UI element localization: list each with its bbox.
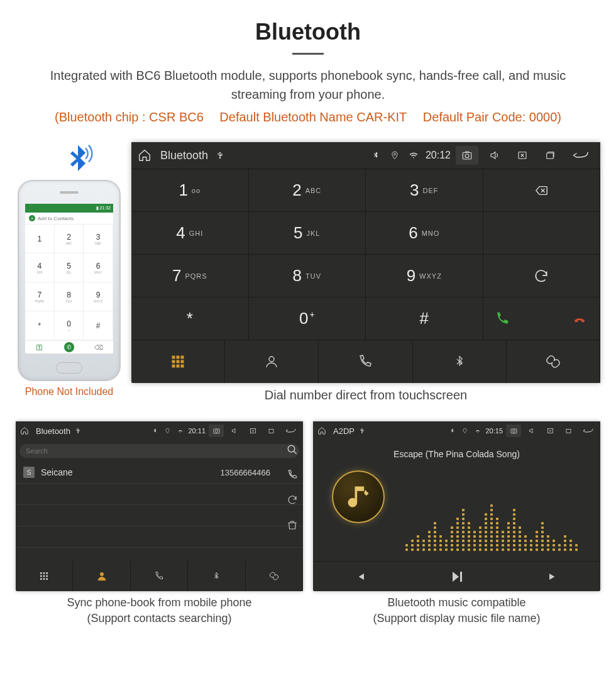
phone-key: 4GHI [25, 253, 55, 282]
svg-rect-9 [177, 360, 179, 363]
svg-rect-27 [43, 578, 45, 580]
back-button[interactable] [579, 425, 597, 437]
dialer-key-8[interactable]: 8TUV [249, 255, 366, 297]
nav-dialpad[interactable] [16, 561, 73, 591]
usb-icon [213, 148, 227, 162]
usb-icon [358, 426, 367, 436]
nav-contacts[interactable] [225, 340, 319, 383]
dialer-key-7[interactable]: 7PQRS [131, 255, 249, 297]
bluetooth-icon [369, 148, 383, 162]
volume-button[interactable] [483, 146, 506, 165]
sync-button[interactable] [483, 255, 601, 297]
phone-statusbar: ▮ 21:32 [25, 204, 113, 213]
svg-rect-13 [181, 365, 184, 367]
svg-point-14 [269, 357, 274, 362]
dialer-key-2[interactable]: 2ABC [249, 169, 366, 212]
location-icon [163, 426, 172, 436]
back-button[interactable] [282, 425, 299, 437]
phone-key: 7PQRS [25, 282, 55, 311]
dialer-key-3[interactable]: 3DEF [366, 169, 483, 212]
screenshot-button[interactable] [209, 425, 224, 437]
svg-rect-24 [43, 575, 45, 577]
usb-icon [74, 426, 83, 436]
description: Integrated with BC6 Bluetooth module, su… [25, 66, 591, 104]
search-icon[interactable] [287, 444, 298, 455]
nav-bluetooth[interactable] [413, 340, 507, 383]
dialer-key-5[interactable]: 5JKL [249, 212, 366, 255]
search-input[interactable] [19, 444, 299, 458]
volume-button[interactable] [524, 425, 539, 437]
recent-apps-button[interactable] [539, 146, 561, 165]
nav-dialpad[interactable] [131, 340, 225, 383]
phone-key: # [84, 311, 113, 340]
svg-rect-28 [47, 578, 48, 580]
delete-icon[interactable] [287, 519, 298, 531]
dialer-key-9[interactable]: 9WXYZ [366, 255, 483, 297]
svg-rect-33 [566, 430, 571, 433]
bluetooth-icon [150, 426, 160, 436]
recent-apps-button[interactable] [561, 425, 576, 437]
dialer-key-*[interactable]: * [131, 297, 249, 340]
svg-point-2 [465, 154, 469, 158]
svg-rect-25 [47, 575, 48, 577]
location-icon [460, 426, 470, 436]
svg-rect-15 [214, 429, 219, 433]
home-icon[interactable] [19, 426, 29, 436]
contact-row[interactable]: S Seicane 13566664466 [16, 462, 303, 484]
music-screen: A2DP 20:15 Escape (The Pina Colada Song) [313, 421, 600, 591]
next-track-button[interactable] [505, 562, 600, 591]
call-icon[interactable] [287, 469, 298, 480]
nav-bluetooth[interactable] [188, 561, 245, 591]
close-app-button[interactable] [511, 146, 534, 165]
phone-key: 3DEF [84, 225, 113, 253]
screenshot-button[interactable] [506, 425, 521, 437]
nav-contacts[interactable] [73, 561, 130, 591]
contact-number: 13566664466 [220, 468, 270, 477]
nav-pair[interactable] [507, 340, 600, 383]
prev-track-button[interactable] [313, 562, 409, 591]
recent-apps-button[interactable] [263, 425, 278, 437]
location-icon [388, 148, 402, 162]
statusbar-title: A2DP [333, 426, 355, 436]
volume-button[interactable] [227, 425, 242, 437]
album-art-icon [332, 470, 385, 523]
svg-rect-5 [172, 356, 175, 358]
svg-rect-1 [463, 153, 471, 160]
statusbar-title: Bluetooth [160, 149, 208, 162]
dialer-key-1[interactable]: 1oo [131, 169, 249, 212]
wifi-icon [473, 426, 482, 436]
phone-mockup: ▮ 21:32 +Add to Contacts 12ABC3DEF4GHI5J… [18, 180, 121, 381]
statusbar-time: 20:15 [485, 427, 503, 435]
main-caption: Dial number direct from touchscreen [131, 388, 600, 403]
nav-call-history[interactable] [131, 561, 188, 591]
phone-voicemail-icon: ⚿ [25, 341, 55, 353]
close-app-button[interactable] [542, 425, 558, 437]
call-end-buttons[interactable] [483, 297, 601, 340]
contact-name: Seicane [41, 467, 73, 477]
phone-key: 5JKL [55, 253, 84, 282]
sync-icon[interactable] [287, 494, 298, 506]
dialer-key-0[interactable]: 0+ [249, 297, 366, 340]
close-app-button[interactable] [245, 425, 260, 437]
svg-point-31 [512, 430, 515, 433]
home-icon[interactable] [317, 426, 326, 436]
home-icon[interactable] [138, 148, 151, 162]
phone-call-button: ✆ [55, 341, 84, 353]
dialer-key-4[interactable]: 4GHI [131, 212, 249, 255]
svg-point-29 [100, 572, 104, 576]
dialer-key-#[interactable]: # [366, 297, 483, 340]
back-button[interactable] [566, 146, 594, 165]
phone-key: 1 [25, 225, 55, 253]
statusbar-time: 20:12 [426, 150, 451, 161]
nav-pair[interactable] [246, 561, 303, 591]
backspace-button[interactable] [483, 169, 601, 212]
statusbar-title: Bluetooth [36, 426, 70, 436]
svg-rect-21 [43, 572, 45, 574]
screenshot-button[interactable] [456, 146, 478, 165]
contact-initial: S [23, 467, 35, 478]
nav-call-history[interactable] [319, 340, 412, 383]
dialer-key-6[interactable]: 6MNO [366, 212, 483, 255]
svg-point-16 [215, 430, 217, 433]
play-pause-button[interactable] [409, 562, 504, 591]
svg-rect-26 [40, 578, 42, 580]
